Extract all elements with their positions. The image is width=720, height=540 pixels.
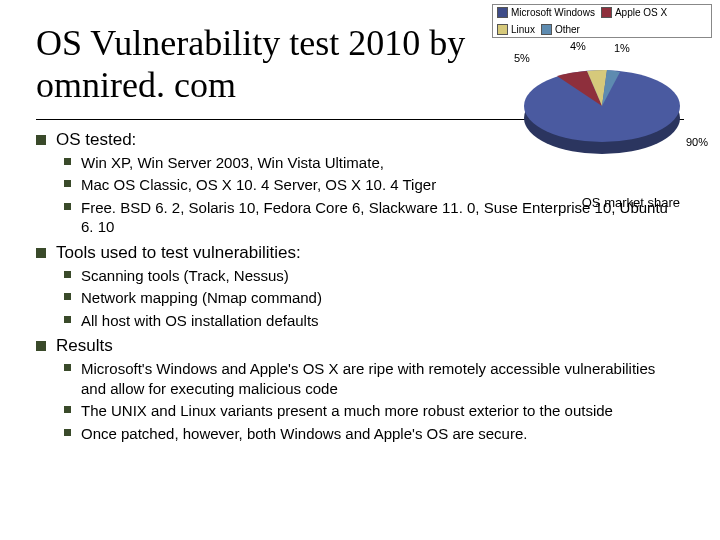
bullet-icon [64,158,71,165]
legend-entry: Linux [511,24,535,35]
bullet-icon [64,293,71,300]
bullet-icon [36,248,46,258]
section-heading: Results [56,336,113,356]
bullet-icon [64,316,71,323]
page-title: OS Vulnerability test 2010 by omnired. c… [36,22,506,107]
bullet-icon [64,203,71,210]
bullet-icon [36,135,46,145]
pie-label: 5% [514,52,530,64]
list-item: The UNIX and Linux variants present a mu… [81,401,613,421]
list-item: Win XP, Win Server 2003, Win Vista Ultim… [81,153,384,173]
chart-caption: OS market share [582,195,680,210]
legend-entry: Other [555,24,580,35]
list-item: Microsoft's Windows and Apple's OS X are… [81,359,684,398]
bullet-icon [64,180,71,187]
list-item: Scanning tools (Track, Nessus) [81,266,289,286]
list-item: Mac OS Classic, OS X 10. 4 Server, OS X … [81,175,436,195]
list-item: Once patched, however, both Windows and … [81,424,527,444]
slide: Microsoft Windows Apple OS X Linux Other… [0,0,720,540]
market-share-chart: Microsoft Windows Apple OS X Linux Other… [492,4,712,170]
section-heading: Tools used to test vulnerabilities: [56,243,301,263]
bullet-icon [36,341,46,351]
bullet-icon [64,406,71,413]
bullet-icon [64,364,71,371]
bullet-icon [64,429,71,436]
pie-label: 4% [570,40,586,52]
legend-entry: Microsoft Windows [511,7,595,18]
pie-label: 90% [686,136,708,148]
pie-chart: 5% 4% 1% 90% [492,40,712,170]
chart-legend: Microsoft Windows Apple OS X Linux Other [492,4,712,38]
bullet-icon [64,271,71,278]
content-outline: OS tested: Win XP, Win Server 2003, Win … [36,130,684,444]
pie-label: 1% [614,42,630,54]
section-heading: OS tested: [56,130,136,150]
list-item: Network mapping (Nmap command) [81,288,322,308]
list-item: All host with OS installation defaults [81,311,319,331]
legend-entry: Apple OS X [615,7,667,18]
